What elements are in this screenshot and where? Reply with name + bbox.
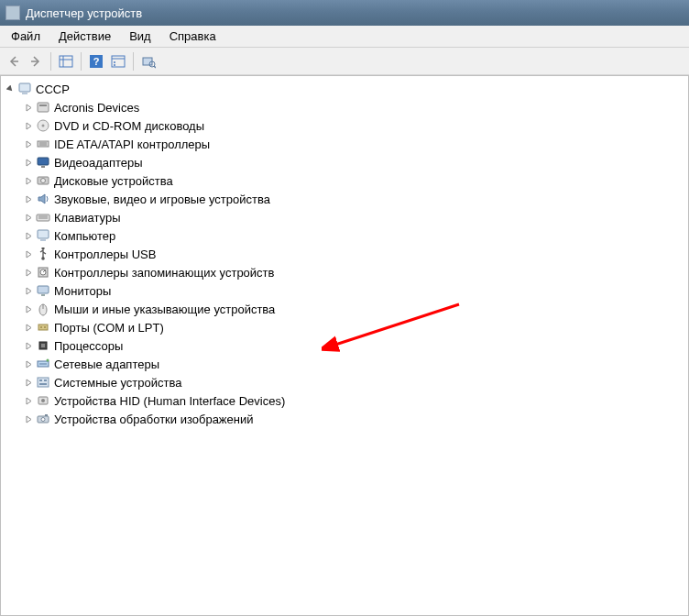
svg-rect-29 [40, 239, 46, 241]
expand-icon[interactable] [23, 358, 34, 369]
tree-node[interactable]: Порты (COM и LPT) [1, 318, 688, 336]
expand-icon[interactable] [23, 248, 34, 259]
menu-file[interactable]: Файл [2, 27, 49, 46]
usb-icon [36, 247, 50, 261]
expand-icon[interactable] [23, 285, 34, 296]
device-tree[interactable]: CCCP Acronis DevicesDVD и CD-ROM дисково… [0, 75, 689, 616]
tree-node[interactable]: Звуковые, видео и игровые устройства [1, 190, 688, 208]
expand-icon[interactable] [23, 377, 34, 388]
svg-rect-34 [38, 286, 49, 293]
expand-icon[interactable] [23, 193, 34, 204]
back-button[interactable] [4, 51, 24, 72]
svg-point-17 [42, 125, 45, 127]
svg-rect-48 [44, 380, 47, 381]
svg-rect-38 [38, 324, 48, 330]
tree-node[interactable]: Процессоры [1, 336, 688, 355]
menu-action[interactable]: Действие [49, 27, 120, 46]
svg-text:?: ? [93, 56, 100, 67]
expand-icon[interactable] [23, 212, 34, 223]
tree-node-label: Порты (COM и LPT) [54, 321, 170, 335]
mouse-icon [36, 302, 50, 316]
expand-icon[interactable] [23, 322, 34, 333]
tree-node[interactable]: DVD и CD-ROM дисководы [1, 116, 688, 135]
cpu-icon [36, 338, 50, 353]
svg-point-45 [47, 359, 49, 362]
hid-icon [36, 393, 50, 408]
expand-icon[interactable] [23, 413, 34, 424]
expand-icon[interactable] [23, 303, 34, 314]
tree-node-label: Процессоры [54, 339, 128, 353]
expand-icon[interactable] [23, 157, 34, 168]
expand-icon[interactable] [23, 267, 34, 278]
tree-node[interactable]: Контроллеры запоминающих устройств [1, 263, 688, 281]
svg-rect-46 [38, 378, 49, 387]
forward-button[interactable] [26, 51, 46, 72]
tree-node-label: Контроллеры запоминающих устройств [54, 266, 279, 280]
tree-node-label: Компьютер [54, 229, 121, 243]
tree-node[interactable]: Мыши и иные указывающие устройства [1, 300, 688, 318]
toolbar-separator [50, 52, 51, 71]
properties-button[interactable] [108, 51, 128, 72]
svg-rect-22 [41, 166, 45, 168]
port-icon [36, 320, 50, 335]
menu-view[interactable]: Вид [120, 27, 160, 46]
ide-icon [36, 137, 50, 151]
network-icon [36, 357, 50, 371]
system-icon [36, 375, 50, 390]
svg-rect-35 [41, 294, 45, 296]
expand-icon[interactable] [23, 175, 34, 186]
computer-icon [17, 82, 32, 96]
svg-point-7 [114, 61, 115, 63]
svg-point-53 [41, 418, 45, 422]
tree-node-label: IDE ATA/ATAPI контроллеры [54, 138, 215, 151]
menu-help[interactable]: Справка [160, 27, 225, 46]
tree-node-label: DVD и CD-ROM дисководы [54, 119, 210, 133]
tree-node[interactable]: Acronis Devices [1, 98, 688, 116]
tree-node-label: Контроллеры USB [54, 248, 161, 261]
titlebar: Диспетчер устройств [0, 0, 689, 26]
scan-hardware-button[interactable] [138, 51, 159, 72]
device-manager-window: Диспетчер устройств Файл Действие Вид Сп… [0, 0, 689, 616]
tree-node[interactable]: Видеоадаптеры [1, 153, 688, 171]
tree-root-label: CCCP [36, 82, 75, 96]
keyboard-icon [36, 210, 50, 225]
svg-rect-21 [38, 158, 49, 165]
tree-node[interactable]: Устройства обработки изображений [1, 410, 688, 428]
window-title: Диспетчер устройств [26, 6, 142, 20]
tree-node-label: Acronis Devices [54, 101, 145, 115]
help-button[interactable]: ? [86, 51, 106, 72]
tree-node[interactable]: Устройства HID (Human Interface Devices) [1, 391, 688, 410]
tree-node-label: Мониторы [54, 284, 116, 298]
tree-node[interactable]: IDE ATA/ATAPI контроллеры [1, 135, 688, 153]
expand-icon[interactable] [23, 230, 34, 241]
expand-icon[interactable] [23, 120, 34, 131]
tree-node-label: Системные устройства [54, 376, 187, 390]
tree-root-row[interactable]: CCCP [1, 80, 688, 98]
tree-node[interactable]: Системные устройства [1, 373, 688, 391]
disc-icon [36, 118, 50, 133]
display-icon [36, 155, 50, 170]
tree-node-label: Устройства обработки изображений [54, 412, 259, 426]
tree-node[interactable]: Сетевые адаптеры [1, 355, 688, 373]
show-hidden-button[interactable] [56, 51, 76, 72]
menubar: Файл Действие Вид Справка [0, 26, 689, 48]
monitor-icon [36, 283, 50, 298]
tree-node-label: Мыши и иные указывающие устройства [54, 302, 280, 316]
svg-rect-18 [38, 141, 49, 147]
tree-node[interactable]: Контроллеры USB [1, 245, 688, 263]
tree-node[interactable]: Компьютер [1, 226, 688, 245]
expand-icon[interactable] [23, 138, 34, 149]
toolbar-separator [133, 52, 134, 71]
expand-icon[interactable] [23, 340, 34, 351]
expand-icon[interactable] [23, 102, 34, 113]
svg-rect-49 [39, 383, 47, 385]
collapse-icon[interactable] [5, 83, 16, 94]
svg-rect-0 [60, 56, 72, 67]
svg-rect-12 [19, 83, 30, 92]
tree-node[interactable]: Клавиатуры [1, 208, 688, 226]
sound-icon [36, 192, 50, 206]
expand-icon[interactable] [23, 395, 34, 406]
tree-node[interactable]: Дисковые устройства [1, 171, 688, 190]
tree-node-label: Дисковые устройства [54, 174, 179, 188]
tree-node[interactable]: Мониторы [1, 281, 688, 300]
